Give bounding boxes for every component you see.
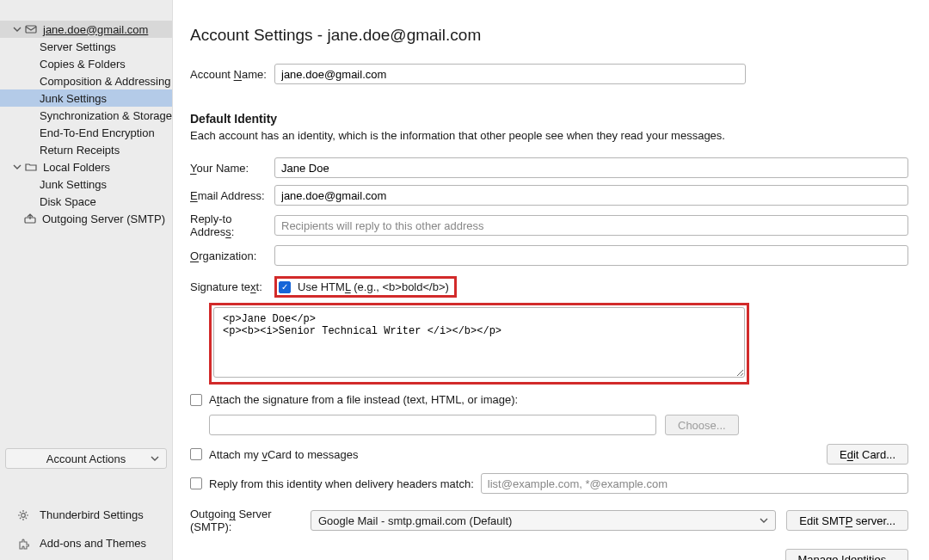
org-label: Organization: bbox=[190, 249, 274, 262]
attach-vcard-checkbox[interactable]: Attach my vCard to messages bbox=[190, 448, 358, 461]
your-name-label: Your Name: bbox=[190, 162, 274, 175]
sidebar-item-sync-storage[interactable]: Synchronization & Storage bbox=[0, 107, 172, 124]
reply-match-checkbox[interactable]: Reply from this identity when delivery h… bbox=[190, 477, 474, 490]
gear-icon bbox=[17, 509, 31, 521]
account-email-label: jane.doe@gmail.com bbox=[43, 23, 165, 36]
your-name-input[interactable] bbox=[274, 157, 908, 178]
page-title: Account Settings - jane.doe@gmail.com bbox=[190, 26, 908, 45]
sidebar-item-e2e[interactable]: End-To-End Encryption bbox=[0, 124, 172, 141]
checkbox-box: ✓ bbox=[279, 281, 291, 293]
chevron-down-icon bbox=[13, 25, 22, 34]
account-tree: jane.doe@gmail.com Server Settings Copie… bbox=[0, 21, 172, 443]
manage-identities-button[interactable]: Manage Identities... bbox=[785, 549, 908, 560]
signature-highlight bbox=[209, 303, 749, 385]
chevron-down-icon bbox=[13, 163, 22, 171]
account-name-label: Account Name: bbox=[190, 68, 274, 81]
sig-file-path-input[interactable] bbox=[209, 415, 656, 435]
local-folders-root[interactable]: Local Folders bbox=[0, 158, 172, 175]
chevron-down-icon bbox=[151, 454, 159, 463]
sidebar-item-composition[interactable]: Composition & Addressing bbox=[0, 72, 172, 89]
svg-point-2 bbox=[22, 513, 26, 517]
use-html-checkbox[interactable]: ✓ Use HTML (e.g., <b>bold</b>) bbox=[279, 280, 449, 293]
attach-sig-file-label: Attach the signature from a file instead… bbox=[209, 393, 518, 406]
account-actions-button[interactable]: Account Actions bbox=[5, 448, 167, 469]
thunderbird-settings-link[interactable]: Thunderbird Settings bbox=[5, 503, 167, 526]
signature-textarea[interactable] bbox=[213, 307, 745, 378]
replyto-label: Reply-to Address: bbox=[190, 212, 274, 238]
replyto-input[interactable] bbox=[274, 215, 908, 236]
attach-vcard-label: Attach my vCard to messages bbox=[209, 448, 358, 461]
default-identity-desc: Each account has an identity, which is t… bbox=[190, 129, 908, 142]
email-input[interactable] bbox=[274, 185, 908, 206]
sidebar-item-return-receipts[interactable]: Return Receipts bbox=[0, 141, 172, 158]
signature-text-label: Signature text: bbox=[190, 280, 274, 293]
reply-match-input[interactable] bbox=[481, 473, 908, 494]
edit-card-button[interactable]: Edit Card... bbox=[827, 444, 908, 465]
attach-sig-file-checkbox[interactable]: Attach the signature from a file instead… bbox=[190, 393, 518, 406]
sidebar-item-junk-settings[interactable]: Junk Settings bbox=[0, 89, 172, 107]
email-label: Email Address: bbox=[190, 189, 274, 202]
main-panel: Account Settings - jane.doe@gmail.com Ac… bbox=[173, 0, 929, 560]
account-root-item[interactable]: jane.doe@gmail.com bbox=[0, 21, 172, 38]
smtp-select[interactable]: Google Mail - smtp.gmail.com (Default) bbox=[311, 510, 776, 531]
account-name-input[interactable] bbox=[274, 64, 746, 84]
use-html-highlight: ✓ Use HTML (e.g., <b>bold</b>) bbox=[274, 276, 457, 298]
sidebar-item-disk-space[interactable]: Disk Space bbox=[0, 193, 172, 210]
chevron-down-icon bbox=[760, 516, 768, 525]
edit-smtp-button[interactable]: Edit SMTP server... bbox=[786, 510, 908, 531]
sidebar-item-local-junk[interactable]: Junk Settings bbox=[0, 175, 172, 193]
sidebar-item-server-settings[interactable]: Server Settings bbox=[0, 38, 172, 55]
reply-match-label: Reply from this identity when delivery h… bbox=[209, 477, 474, 490]
svg-rect-0 bbox=[26, 26, 36, 33]
sidebar: jane.doe@gmail.com Server Settings Copie… bbox=[0, 0, 173, 560]
sidebar-bottom: Account Actions Thunderbird Settings Add… bbox=[0, 443, 172, 560]
smtp-label: Outgoing Server (SMTP): bbox=[190, 508, 300, 533]
organization-input[interactable] bbox=[274, 245, 908, 266]
account-name-row: Account Name: bbox=[190, 64, 908, 84]
use-html-label: Use HTML (e.g., <b>bold</b>) bbox=[298, 280, 449, 293]
choose-file-button[interactable]: Choose... bbox=[665, 415, 739, 435]
sidebar-item-copies-folders[interactable]: Copies & Folders bbox=[0, 55, 172, 72]
mail-account-icon bbox=[24, 22, 38, 36]
addons-themes-link[interactable]: Add-ons and Themes bbox=[5, 532, 167, 555]
puzzle-icon bbox=[17, 538, 31, 550]
outbox-icon bbox=[24, 212, 37, 225]
sidebar-item-outgoing-smtp[interactable]: Outgoing Server (SMTP) bbox=[0, 210, 172, 227]
default-identity-heading: Default Identity bbox=[190, 112, 908, 126]
folder-icon bbox=[24, 160, 38, 174]
